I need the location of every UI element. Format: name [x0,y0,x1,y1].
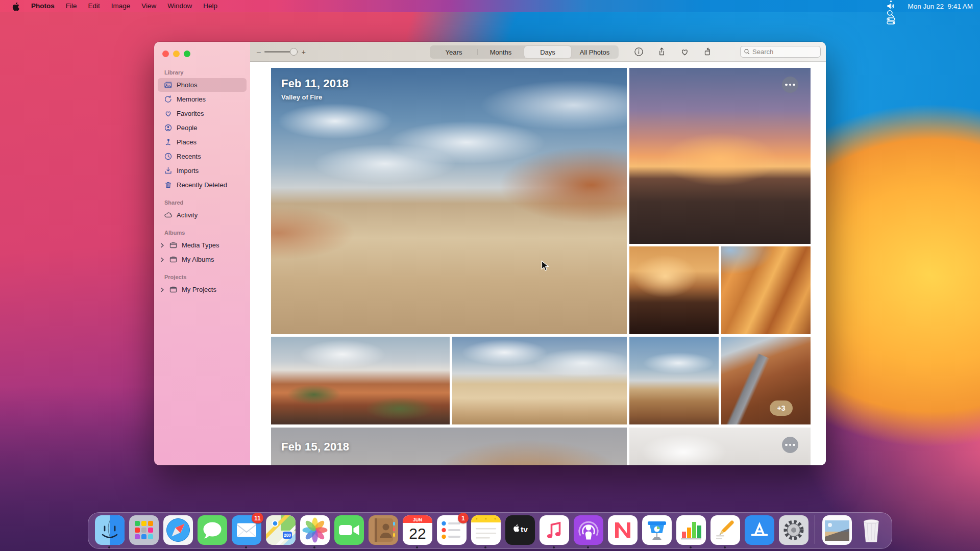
rotate-button[interactable] [703,47,713,57]
dock-numbers-icon[interactable] [676,515,705,544]
dock-facetime-icon[interactable] [334,515,363,544]
share-button[interactable] [657,47,667,57]
menu-help[interactable]: Help [198,2,223,10]
favorite-icon [680,47,690,57]
sidebar-item-recently-deleted[interactable]: Recently Deleted [158,178,247,192]
sidebar-item-media-types[interactable]: Media Types [158,238,247,252]
zoom-out-button[interactable]: – [257,48,261,56]
sidebar-item-memories[interactable]: Memories [158,92,247,106]
sidebar-item-favorites[interactable]: Favorites [158,107,247,120]
photo-redrocks[interactable] [271,337,450,424]
sidebar-item-activity[interactable]: Activity [158,208,247,222]
menu-file[interactable]: File [60,2,83,10]
toolbar: – + YearsMonthsDaysAll Photos [250,42,826,62]
dock-news-icon[interactable] [607,515,637,544]
search-field[interactable] [740,46,821,58]
dock-trash-icon[interactable] [856,515,886,544]
photo-valley[interactable] [629,337,719,424]
album-icon [169,285,178,294]
sidebar-section-library: Library [154,62,250,78]
sidebar-item-my-albums[interactable]: My Albums [158,253,247,266]
chevron-right-icon[interactable] [160,257,165,263]
recents-icon [164,152,173,161]
menu-image[interactable]: Image [106,2,136,10]
day-location: Valley of Fire [281,93,349,101]
info-button[interactable] [634,47,644,57]
running-indicator-dot [553,546,555,548]
spotlight-icon[interactable] [883,10,900,17]
close-button[interactable] [162,51,169,57]
sidebar-item-my-projects[interactable]: My Projects [158,283,247,296]
menu-window[interactable]: Window [162,2,198,10]
dock-safari-icon[interactable] [163,515,192,544]
sidebar-item-label: Imports [177,167,199,174]
photo-hero[interactable] [271,68,627,334]
photo-canyonroad[interactable] [721,337,811,424]
photo-silhouette[interactable] [629,246,719,334]
more-options-button[interactable] [782,77,798,93]
chevron-right-icon[interactable] [160,242,165,248]
zoom-slider[interactable] [264,51,298,53]
segment-all-photos[interactable]: All Photos [571,46,618,58]
photo-sunset[interactable] [629,68,811,244]
dock-mail-icon[interactable]: 11 [231,515,261,544]
dock-reminders-icon[interactable]: 1 [436,515,466,544]
sidebar-section-shared: Shared [154,192,250,208]
photo-hiker[interactable] [452,337,627,424]
sidebar-item-photos[interactable]: Photos [158,78,247,92]
photo-wave[interactable] [721,246,811,334]
dock-contacts-icon[interactable] [368,515,398,544]
dock-music-icon[interactable] [539,515,569,544]
photos-icon [164,81,173,89]
dock-podcasts-icon[interactable] [573,515,603,544]
dock-settings-icon[interactable] [778,515,808,544]
menu-photos[interactable]: Photos [26,2,60,10]
favorite-button[interactable] [680,47,690,57]
zoom-button[interactable] [184,51,190,57]
dock-picture-icon[interactable] [822,515,851,544]
segment-years[interactable]: Years [430,46,477,58]
dock-pages-icon[interactable] [710,515,740,544]
more-options-button[interactable] [782,437,798,453]
dock-tv-icon[interactable]: tv [505,515,534,544]
dock-photos-icon[interactable] [300,515,329,544]
sidebar-item-people[interactable]: People [158,121,247,135]
sidebar-item-label: Recents [177,153,201,160]
menu-edit[interactable]: Edit [83,2,106,10]
sidebar-navigation: LibraryPhotosMemoriesFavoritesPeoplePlac… [154,62,250,296]
volume-icon[interactable] [883,3,900,10]
menu-bar-menus: PhotosFileEditImageViewWindowHelp [7,0,223,12]
chevron-right-icon[interactable] [160,287,165,293]
segment-days[interactable]: Days [524,46,571,58]
control-center-icon[interactable] [883,17,900,24]
dock-calendar-icon[interactable]: JUN22 [402,515,432,544]
running-indicator-dot [587,546,589,548]
overflow-count-badge[interactable]: +3 [770,400,793,416]
memories-icon [164,95,173,104]
dock-messages-icon[interactable] [197,515,227,544]
sidebar-item-imports[interactable]: Imports [158,164,247,178]
share-icon [657,47,667,57]
sidebar-item-recents[interactable]: Recents [158,149,247,163]
sidebar-item-places[interactable]: Places [158,135,247,149]
trash-icon [164,181,173,189]
zoom-in-button[interactable]: + [302,48,306,56]
menu-bar-clock[interactable]: Mon Jun 22 9:41 AM [902,3,973,10]
segment-months[interactable]: Months [477,46,524,58]
search-input[interactable] [752,48,808,56]
dock-maps-icon[interactable]: 280 [265,515,295,544]
apple-menu[interactable] [7,2,24,11]
minimize-button[interactable] [173,51,180,57]
sidebar-item-label: My Projects [182,286,216,293]
svg-text:280: 280 [284,533,291,538]
dock-keynote-icon[interactable] [642,515,671,544]
zoom-slider-thumb[interactable] [290,48,298,56]
menu-view[interactable]: View [136,2,162,10]
dock-launchpad-icon[interactable] [129,515,158,544]
info-icon [634,47,644,57]
dock-notes-icon[interactable] [471,515,500,544]
dock-appstore-icon[interactable] [744,515,774,544]
sidebar-item-label: Media Types [182,241,219,249]
album-icon [169,241,178,249]
dock-finder-icon[interactable] [94,515,124,544]
